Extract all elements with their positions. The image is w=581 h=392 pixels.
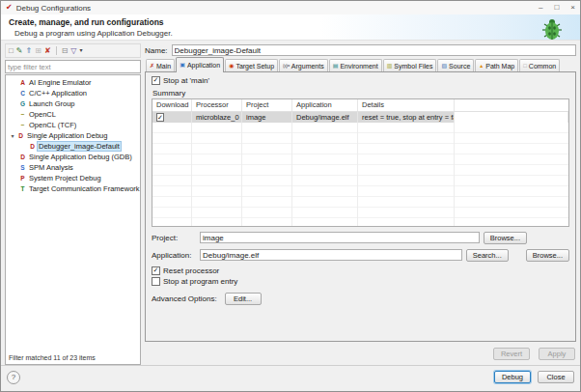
name-label: Name: bbox=[145, 46, 168, 55]
banner-title: Create, manage, and run configurations bbox=[9, 17, 580, 27]
table-gridline bbox=[454, 123, 455, 226]
stop-at-main-row: ✓ Stop at 'main' bbox=[152, 75, 569, 86]
tree-item-spm-analysis[interactable]: S SPM Analysis bbox=[6, 162, 140, 173]
tab-path-map[interactable]: ▲ Path Map bbox=[475, 59, 518, 72]
column-header-project[interactable]: Project bbox=[242, 99, 292, 111]
tab-arguments[interactable]: (x)= Arguments bbox=[279, 59, 328, 72]
export-configurations-icon[interactable]: ⇑ bbox=[26, 46, 33, 55]
reset-processor-label: Reset processor bbox=[163, 266, 219, 275]
column-header-details[interactable]: Details bbox=[358, 99, 455, 111]
filter-icon[interactable]: ▽ bbox=[70, 46, 76, 55]
cell-details: reset = true, stop at entry = false, rel… bbox=[358, 112, 455, 123]
minimize-icon[interactable]: – bbox=[539, 3, 542, 13]
arguments-tab-icon: (x)= bbox=[283, 63, 290, 69]
application-search-button[interactable]: Search... bbox=[466, 249, 509, 262]
expand-arrow-icon[interactable]: ▾ bbox=[9, 132, 16, 139]
tab-main[interactable]: ✗ Main bbox=[146, 59, 175, 72]
table-gridline bbox=[291, 123, 292, 226]
project-row: Project: Browse... bbox=[152, 231, 569, 244]
close-button[interactable]: Close bbox=[538, 371, 574, 383]
configurations-sidebar: □ ✎ ⇑ ⊞ ✘ ⊟ ▽ ▾ A AI Engine Emulator bbox=[5, 43, 141, 365]
header-banner: Create, manage, and run configurations D… bbox=[1, 14, 580, 41]
opencl-icon: ~ bbox=[18, 110, 27, 119]
project-browse-button[interactable]: Browse... bbox=[484, 232, 527, 244]
launch-group-icon: G bbox=[18, 99, 27, 108]
symbol-files-tab-icon: ▥ bbox=[387, 63, 393, 69]
tree-item-single-application-debug[interactable]: ▾ D Single Application Debug bbox=[6, 130, 140, 141]
column-header-download[interactable]: Download bbox=[152, 99, 192, 111]
tab-common[interactable]: □ Common bbox=[519, 59, 560, 72]
tree-item-target-communication-framework[interactable]: T Target Communication Framework bbox=[6, 183, 140, 194]
application-input[interactable] bbox=[200, 249, 462, 261]
column-header-application[interactable]: Application bbox=[292, 99, 358, 111]
tree-item-c-cpp-application[interactable]: C C/C++ Application bbox=[6, 88, 140, 98]
tree-item-opencl[interactable]: ~ OpenCL bbox=[6, 109, 140, 120]
spm-analysis-icon: S bbox=[18, 163, 27, 172]
tab-symbol-files[interactable]: ▥ Symbol Files bbox=[383, 59, 437, 72]
stop-at-program-entry-checkbox[interactable] bbox=[152, 277, 160, 286]
single-app-debug-gdb-icon: D bbox=[18, 153, 27, 161]
dialog-app-icon: ✔ bbox=[6, 4, 13, 12]
delete-configuration-icon[interactable]: ✘ bbox=[44, 46, 51, 55]
revert-button[interactable]: Revert bbox=[493, 348, 530, 360]
content-area: □ ✎ ⇑ ⊞ ✘ ⊟ ▽ ▾ A AI Engine Emulator bbox=[1, 41, 580, 365]
tcf-icon: T bbox=[18, 184, 27, 193]
tree-item-opencl-tcf[interactable]: ~ OpenCL (TCF) bbox=[6, 120, 140, 130]
target-setup-tab-icon: ◉ bbox=[229, 63, 234, 69]
application-browse-button[interactable]: Browse... bbox=[526, 249, 569, 262]
name-input[interactable] bbox=[172, 44, 576, 56]
revert-apply-row: Revert Apply bbox=[145, 342, 576, 365]
project-input[interactable] bbox=[200, 232, 480, 243]
new-prototype-icon[interactable]: ✎ bbox=[16, 46, 23, 55]
tree-item-launch-group[interactable]: G Launch Group bbox=[6, 98, 140, 109]
ai-engine-emulator-icon: A bbox=[18, 78, 27, 87]
reset-processor-row: ✓ Reset processor bbox=[152, 266, 569, 276]
common-tab-icon: □ bbox=[523, 63, 527, 69]
table-gridline bbox=[357, 123, 358, 226]
debug-button[interactable]: Debug bbox=[494, 371, 531, 383]
cell-application: Debug/image.elf bbox=[292, 112, 358, 123]
stop-at-main-label: Stop at 'main' bbox=[163, 76, 209, 85]
stop-at-main-checkbox[interactable]: ✓ bbox=[152, 76, 160, 85]
debug-config-icon: D bbox=[28, 142, 37, 151]
summary-table-empty-area[interactable] bbox=[152, 123, 568, 226]
name-row: Name: bbox=[145, 43, 576, 57]
tab-source[interactable]: ▧ Source bbox=[437, 59, 474, 72]
tree-item-system-project-debug[interactable]: P System Project Debug bbox=[6, 173, 140, 183]
reset-processor-checkbox[interactable]: ✓ bbox=[152, 266, 160, 275]
main-tab-icon: ✗ bbox=[150, 63, 154, 69]
column-header-processor[interactable]: Processor bbox=[192, 99, 242, 111]
sidebar-toolbar: □ ✎ ⇑ ⊞ ✘ ⊟ ▽ ▾ bbox=[5, 43, 141, 58]
summary-group-label: Summary bbox=[152, 89, 569, 98]
project-label: Project: bbox=[152, 234, 196, 242]
application-row: Application: Search... Browse... bbox=[152, 248, 569, 262]
toolbar-menu-arrow-icon[interactable]: ▾ bbox=[80, 46, 83, 55]
help-icon[interactable]: ? bbox=[7, 371, 20, 384]
tab-target-setup[interactable]: ◉ Target Setup bbox=[225, 59, 278, 72]
column-header-filler bbox=[455, 99, 568, 111]
tab-environment[interactable]: ▤ Environment bbox=[329, 59, 382, 72]
cell-processor: microblaze_0 bbox=[192, 112, 242, 123]
tree-item-debugger-image-default[interactable]: D Debugger_image-Default bbox=[6, 141, 140, 152]
summary-table-row[interactable]: ✓ microblaze_0 image Debug/image.elf res… bbox=[152, 112, 568, 123]
tab-strip: ✗ Main ▣ Application ◉ Target Setup (x)=… bbox=[145, 59, 576, 72]
table-gridline bbox=[241, 123, 242, 226]
tree-item-ai-engine-emulator[interactable]: A AI Engine Emulator bbox=[6, 77, 140, 88]
application-tab-pane: ✓ Stop at 'main' Summary Download Proces… bbox=[145, 71, 576, 342]
collapse-all-icon[interactable]: ⊟ bbox=[62, 46, 69, 55]
filter-input[interactable] bbox=[5, 60, 141, 73]
close-icon[interactable]: × bbox=[570, 3, 575, 13]
apply-button[interactable]: Apply bbox=[539, 348, 575, 360]
download-checkbox[interactable]: ✓ bbox=[156, 113, 164, 122]
maximize-icon[interactable]: □ bbox=[554, 3, 559, 13]
source-tab-icon: ▧ bbox=[441, 63, 447, 69]
tree-item-single-application-debug-gdb[interactable]: D Single Application Debug (GDB) bbox=[6, 152, 140, 162]
summary-table-header: Download Processor Project Application D… bbox=[152, 99, 568, 112]
new-configuration-icon[interactable]: □ bbox=[9, 46, 14, 55]
summary-table: Download Processor Project Application D… bbox=[152, 98, 569, 227]
opencl-tcf-icon: ~ bbox=[18, 121, 27, 129]
advanced-options-edit-button[interactable]: Edit... bbox=[225, 293, 262, 305]
duplicate-configuration-icon[interactable]: ⊞ bbox=[35, 46, 42, 55]
tab-application[interactable]: ▣ Application bbox=[176, 57, 224, 72]
dialog-footer: ? Debug Close bbox=[1, 365, 580, 388]
